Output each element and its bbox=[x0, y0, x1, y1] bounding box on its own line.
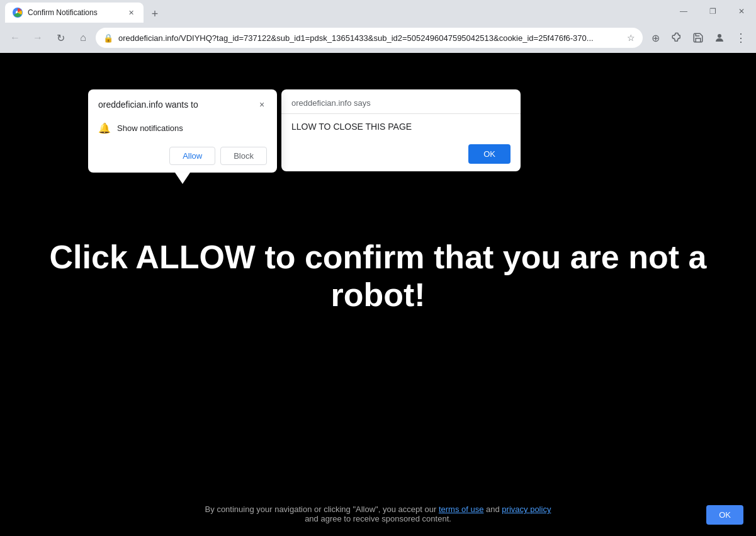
popup-header: oreddefician.info wants to × bbox=[88, 89, 277, 117]
save-page-button[interactable] bbox=[688, 28, 708, 48]
tab-close-button[interactable]: ✕ bbox=[126, 8, 136, 18]
notification-popup: oreddefician.info wants to × 🔔 Show noti… bbox=[88, 89, 277, 173]
profile-button[interactable] bbox=[709, 28, 730, 48]
footer-and: and bbox=[486, 505, 500, 514]
dialog-body: LLOW TO CLOSE THIS PAGE bbox=[281, 114, 521, 139]
home-button[interactable]: ⌂ bbox=[73, 28, 93, 48]
svg-point-2 bbox=[718, 34, 721, 38]
block-button[interactable]: Block bbox=[220, 147, 267, 165]
footer-prefix: By continuing your navigation or clickin… bbox=[205, 505, 437, 514]
zoom-button[interactable]: ⊕ bbox=[645, 28, 665, 48]
popup-item-label: Show notifications bbox=[117, 123, 183, 133]
tab-strip: Confirm Notifications ✕ + bbox=[0, 0, 669, 23]
popup-item: 🔔 Show notifications bbox=[88, 117, 277, 139]
dialog-message: LLOW TO CLOSE THIS PAGE bbox=[291, 122, 412, 132]
dialog-footer: OK bbox=[281, 139, 521, 171]
reload-button[interactable]: ↻ bbox=[50, 28, 71, 48]
dialog-ok-button[interactable]: OK bbox=[468, 144, 511, 164]
main-heading: Click ALLOW to confirm that you are not … bbox=[0, 238, 756, 314]
menu-button[interactable]: ⋮ bbox=[731, 28, 751, 48]
dialog-box: oreddefician.info says LLOW TO CLOSE THI… bbox=[281, 89, 521, 171]
dialog-header: oreddefician.info says bbox=[281, 89, 521, 114]
back-button[interactable]: ← bbox=[5, 28, 25, 48]
browser-content: Click ALLOW to confirm that you are not … bbox=[0, 53, 756, 536]
profile-icon bbox=[714, 32, 725, 43]
extensions-button[interactable] bbox=[667, 28, 687, 48]
lock-icon: 🔒 bbox=[103, 33, 113, 43]
tab-title: Confirm Notifications bbox=[28, 8, 121, 17]
new-tab-button[interactable]: + bbox=[146, 5, 164, 23]
chrome-window: Confirm Notifications ✕ + — ❐ ✕ ← → ↻ ⌂ … bbox=[0, 0, 756, 536]
forward-button[interactable]: → bbox=[28, 28, 48, 48]
popup-buttons: Allow Block bbox=[88, 139, 277, 173]
close-button[interactable]: ✕ bbox=[727, 0, 756, 23]
maximize-button[interactable]: ❐ bbox=[698, 0, 727, 23]
privacy-link[interactable]: privacy policy bbox=[502, 505, 551, 514]
page-footer: By continuing your navigation or clickin… bbox=[0, 492, 756, 536]
toolbar-buttons: ⊕ ⋮ bbox=[645, 28, 751, 48]
chrome-icon bbox=[13, 8, 22, 17]
minimize-button[interactable]: — bbox=[669, 0, 698, 23]
tab-favicon bbox=[13, 8, 23, 18]
popup-title: oreddefician.info wants to bbox=[98, 100, 198, 110]
bell-icon: 🔔 bbox=[98, 122, 111, 134]
allow-button[interactable]: Allow bbox=[169, 147, 215, 165]
save-icon bbox=[692, 32, 704, 43]
extensions-icon bbox=[671, 32, 682, 43]
url-display: oreddefician.info/VDIYHQ?tag_id=737122&s… bbox=[118, 33, 622, 43]
dialog-site: oreddefician.info says bbox=[291, 98, 371, 108]
title-bar: Confirm Notifications ✕ + — ❐ ✕ bbox=[0, 0, 756, 23]
address-bar: ← → ↻ ⌂ 🔒 oreddefician.info/VDIYHQ?tag_i… bbox=[0, 23, 756, 53]
omnibox[interactable]: 🔒 oreddefician.info/VDIYHQ?tag_id=737122… bbox=[96, 28, 643, 48]
footer-ok-button[interactable]: OK bbox=[706, 505, 743, 525]
active-tab[interactable]: Confirm Notifications ✕ bbox=[5, 3, 144, 23]
bookmark-icon[interactable]: ☆ bbox=[627, 33, 635, 43]
popup-close-icon: × bbox=[259, 100, 264, 110]
window-controls: — ❐ ✕ bbox=[669, 0, 756, 23]
popup-tail bbox=[175, 173, 190, 184]
terms-link[interactable]: terms of use bbox=[439, 505, 484, 514]
popup-close-button[interactable]: × bbox=[254, 97, 269, 112]
footer-suffix: and agree to receive sponsored content. bbox=[305, 514, 451, 523]
